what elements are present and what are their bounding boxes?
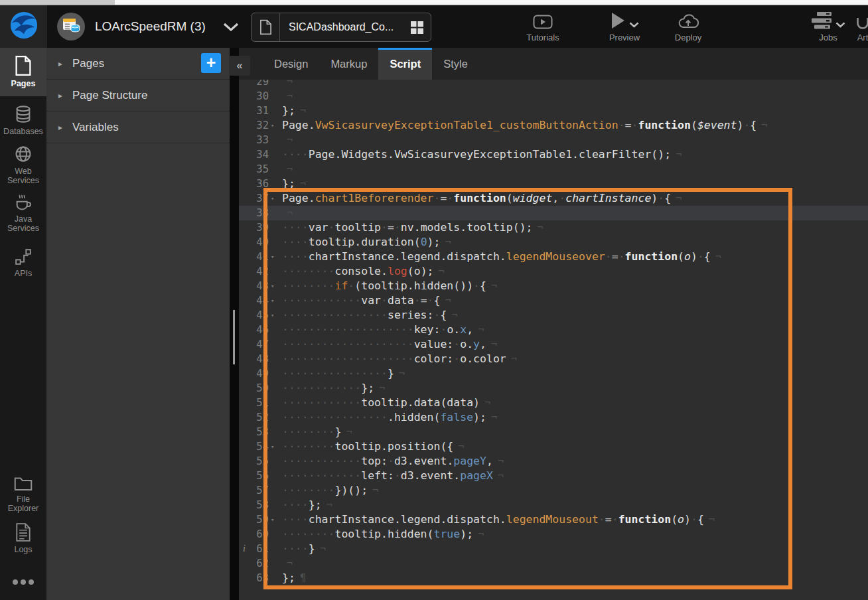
end-of-line-marker: ¬ bbox=[451, 308, 457, 323]
chevron-down-icon[interactable] bbox=[629, 22, 639, 28]
code-text[interactable]: Page.chart1Beforerender·=·function(widge… bbox=[282, 191, 671, 206]
code-text[interactable]: ····Page.Widgets.VwSicasurveyExceptionTa… bbox=[282, 147, 671, 162]
code-text[interactable]: ················} bbox=[282, 366, 394, 381]
open-page-tab[interactable]: SICADashboard_Co... bbox=[251, 13, 431, 42]
tab-style[interactable]: Style bbox=[432, 48, 479, 80]
vertical-scrollbar[interactable] bbox=[233, 310, 235, 364]
code-text[interactable]: ····}; bbox=[282, 498, 322, 512]
code-text[interactable]: ········if·(tooltip.hidden())·{ bbox=[282, 279, 486, 293]
tab-script[interactable]: Script bbox=[378, 48, 432, 80]
sidebar-item-more[interactable] bbox=[0, 573, 46, 595]
code-text[interactable]: ········console.log(o); bbox=[282, 264, 434, 279]
whitespace-dots: · bbox=[743, 119, 750, 131]
tab-markup[interactable]: Markup bbox=[319, 48, 378, 80]
line-gutter: 33 bbox=[239, 133, 282, 147]
fold-toggle-icon[interactable]: ▾ bbox=[271, 250, 274, 264]
sidebar-item-logs[interactable]: Logs bbox=[0, 520, 46, 556]
collapse-panel-button[interactable]: « bbox=[229, 56, 250, 76]
topbar-action-artifacts[interactable]: Art bbox=[849, 5, 868, 48]
chevron-down-icon[interactable] bbox=[223, 23, 239, 31]
code-text[interactable]: ····chartInstance.legend.dispatch.legend… bbox=[282, 512, 704, 527]
code-text[interactable]: ················series:·{ bbox=[282, 308, 447, 323]
line-gutter: 60 bbox=[239, 527, 282, 542]
line-number: 54 bbox=[256, 439, 269, 454]
sidebar-item-file-explorer[interactable]: File Explorer bbox=[0, 473, 46, 514]
code-text[interactable]: ············tooltip.data(data) bbox=[282, 396, 480, 410]
code-text[interactable]: ················.hidden(false); bbox=[282, 410, 486, 425]
chevron-down-icon[interactable] bbox=[835, 22, 845, 28]
line-gutter: i61 bbox=[239, 542, 282, 556]
code-text[interactable]: ············var·data·=·{ bbox=[282, 293, 440, 308]
code-line: 34····Page.Widgets.VwSicasurveyException… bbox=[239, 147, 868, 162]
code-text[interactable]: Page.VwSicasurveyExceptionTable1_customB… bbox=[282, 118, 757, 133]
end-of-line-marker: ¬ bbox=[715, 250, 721, 264]
fold-toggle-icon[interactable]: ▾ bbox=[271, 191, 274, 206]
code-text[interactable]: ············top:·d3.event.pageY, bbox=[282, 454, 493, 469]
line-gutter: 57 bbox=[239, 483, 282, 498]
code-line: 45▾················series:·{¬ bbox=[239, 308, 868, 323]
code-text[interactable]: }; bbox=[282, 571, 295, 585]
code-text[interactable]: ····················value:·o.y, bbox=[282, 337, 486, 352]
line-number: 39 bbox=[256, 220, 269, 235]
sidebar-item-databases[interactable]: Databases bbox=[0, 102, 46, 139]
fold-toggle-icon[interactable]: ▾ bbox=[271, 118, 274, 133]
topbar-action-tutorials[interactable]: Tutorials bbox=[522, 5, 564, 48]
whitespace-dots: · bbox=[381, 294, 388, 307]
line-gutter: 43▾ bbox=[239, 279, 282, 293]
app-logo[interactable] bbox=[0, 5, 47, 48]
whitespace-dots: ···· bbox=[282, 250, 309, 263]
script-code-area[interactable]: 29¬30¬31};¬32▾Page.VwSicasurveyException… bbox=[239, 74, 868, 585]
panel-section-variables[interactable]: ▸Variables bbox=[46, 112, 230, 143]
line-gutter: 58 bbox=[239, 498, 282, 512]
code-text[interactable]: ········tooltip.hidden(true); bbox=[282, 527, 473, 542]
whitespace-dots: ········ bbox=[282, 440, 334, 453]
end-of-line-marker: ¬ bbox=[300, 104, 306, 118]
code-text[interactable]: ····} bbox=[282, 542, 315, 556]
topbar-action-preview[interactable]: Preview bbox=[603, 5, 646, 48]
fold-toggle-icon[interactable]: ▾ bbox=[271, 512, 274, 527]
fold-toggle-icon[interactable]: ▾ bbox=[271, 279, 274, 293]
code-text[interactable]: ············}; bbox=[282, 381, 374, 396]
panel-section-page-structure[interactable]: ▸Page Structure bbox=[46, 80, 230, 112]
whitespace-dots: · bbox=[605, 250, 612, 263]
project-avatar bbox=[57, 13, 85, 40]
fold-toggle-icon[interactable]: ▾ bbox=[271, 439, 274, 454]
whitespace-dots: · bbox=[618, 119, 625, 131]
code-text[interactable]: ············left:·d3.event.pageX bbox=[282, 469, 493, 483]
grid-icon[interactable] bbox=[411, 21, 423, 34]
topbar-action-deploy[interactable]: Deploy bbox=[667, 5, 709, 48]
browser-edge-strip-left bbox=[0, 0, 115, 5]
fold-toggle-icon[interactable]: ▾ bbox=[271, 308, 274, 323]
sidebar-item-apis[interactable]: APIs bbox=[0, 246, 46, 280]
code-text[interactable]: }; bbox=[282, 104, 295, 118]
sidebar-item-web-services[interactable]: Web Services bbox=[0, 142, 46, 186]
code-text[interactable]: ····chartInstance.legend.dispatch.legend… bbox=[282, 250, 711, 264]
code-line: 30¬ bbox=[239, 89, 868, 104]
panel-section-pages[interactable]: ▸Pages+ bbox=[46, 48, 230, 80]
end-of-line-marker: ¬ bbox=[491, 410, 497, 425]
line-number: 47 bbox=[256, 337, 269, 352]
code-text[interactable]: ········} bbox=[282, 425, 341, 439]
code-text[interactable]: ········tooltip.position({ bbox=[282, 439, 453, 454]
line-gutter: 63 bbox=[239, 571, 282, 585]
code-text[interactable]: ····················color:·o.color bbox=[282, 352, 506, 366]
end-of-line-marker: ¬ bbox=[761, 118, 767, 133]
code-text[interactable]: ····················key:·o.x, bbox=[282, 323, 473, 337]
fold-toggle-icon[interactable]: ▾ bbox=[271, 293, 274, 308]
add-page-button[interactable]: + bbox=[201, 53, 221, 73]
tab-design[interactable]: Design bbox=[263, 48, 319, 80]
code-line: 44▾············var·data·=·{¬ bbox=[239, 293, 868, 308]
sidebar-item-label: Java Services bbox=[0, 214, 46, 234]
code-text[interactable]: ····tooltip.duration(0); bbox=[282, 235, 440, 250]
code-text[interactable]: ········})(); bbox=[282, 483, 368, 498]
whitespace-dots: ···· bbox=[282, 221, 309, 234]
sidebar-item-pages[interactable]: Pages bbox=[0, 48, 46, 96]
code-line: 53········}¬ bbox=[239, 425, 868, 439]
project-selector[interactable]: LOArcSpeedRM (3) bbox=[57, 5, 239, 48]
sidebar-item-java-services[interactable]: Java Services bbox=[0, 191, 46, 235]
line-number: 44 bbox=[256, 293, 269, 308]
code-text[interactable]: }; bbox=[282, 177, 295, 191]
code-line: 31};¬ bbox=[239, 104, 868, 118]
code-text[interactable]: ····var·tooltip·=·nv.models.tooltip(); bbox=[282, 220, 533, 235]
topbar-action-jobs[interactable]: Jobs bbox=[811, 5, 845, 48]
